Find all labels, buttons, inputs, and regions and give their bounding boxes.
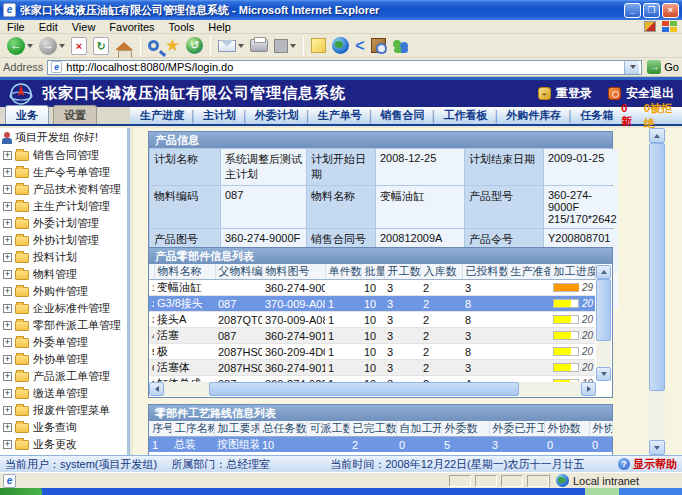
refresh-button[interactable]: ↻ — [93, 37, 109, 55]
page-scroll-down[interactable] — [649, 440, 665, 455]
taskbar[interactable] — [0, 488, 682, 495]
nav-outsourcing-plan[interactable]: 外委计划 — [255, 108, 299, 123]
forward-button[interactable]: → — [39, 37, 65, 55]
expand-icon[interactable]: + — [3, 321, 12, 330]
expand-icon[interactable]: + — [3, 423, 12, 432]
parts-row-4[interactable]: 4活塞087360-274-9010F110323 20 % — [149, 328, 595, 344]
sidebar-item-feeding-plan[interactable]: +投料计划 — [0, 249, 127, 266]
go-button[interactable]: → Go — [647, 60, 679, 74]
favorites-button[interactable]: ★ — [165, 37, 180, 54]
tab-settings[interactable]: 设置 — [53, 105, 97, 124]
expand-icon[interactable]: + — [3, 253, 12, 262]
show-help-link[interactable]: ? 显示帮助 — [618, 457, 677, 472]
nav-sales-contract[interactable]: 销售合同 — [381, 108, 425, 123]
sidebar-item-tech-data[interactable]: +产品技术资料管理 — [0, 181, 127, 198]
sidebar-item-coop-order[interactable]: +外协单管理 — [0, 351, 127, 368]
back-button[interactable]: ← — [7, 37, 33, 55]
nav-work-board[interactable]: 工作看板 — [443, 108, 487, 123]
expand-icon[interactable]: + — [3, 151, 12, 160]
menu-view[interactable]: View — [65, 21, 103, 33]
nav-master-plan[interactable]: 主计划 — [203, 108, 236, 123]
process-row-1-selected[interactable]: 1总装按图组装 102 053 00 — [149, 437, 612, 453]
nav-production-progress[interactable]: 生产进度 — [140, 108, 184, 123]
expand-icon[interactable]: + — [3, 372, 12, 381]
sidebar-item-standard-parts[interactable]: +企业标准件管理 — [0, 300, 127, 317]
expand-icon[interactable]: + — [3, 440, 12, 449]
menu-file[interactable]: File — [0, 21, 32, 33]
logout-button[interactable]: 安全退出 — [608, 85, 674, 102]
sidebar-item-part-dispatch[interactable]: +零部件派工单管理 — [0, 317, 127, 334]
history-button[interactable]: ↺ — [186, 37, 203, 54]
expand-icon[interactable]: + — [3, 338, 12, 347]
close-button[interactable]: × — [662, 3, 679, 18]
sidebar-item-prod-order[interactable]: +生产令号单管理 — [0, 164, 127, 181]
parts-row-3[interactable]: 3接头A2087QT002370-009-A0850110328 20 % — [149, 312, 595, 328]
table-scroll-left[interactable] — [149, 382, 164, 396]
windows-logo-icon — [662, 21, 678, 33]
table-scroll-right[interactable] — [581, 382, 596, 396]
sidebar-item-purchased-parts[interactable]: +外购件管理 — [0, 283, 127, 300]
sidebar-item-outsourcing-order[interactable]: +外委单管理 — [0, 334, 127, 351]
sidebar-item-material-mgmt[interactable]: +物料管理 — [0, 266, 127, 283]
sidebar-item-sales-contract[interactable]: +销售合同管理 — [0, 147, 127, 164]
search-button[interactable] — [148, 40, 159, 51]
minimize-button[interactable]: _ — [624, 3, 641, 18]
start-button-fragment[interactable] — [0, 488, 42, 495]
address-dropdown[interactable] — [624, 61, 639, 74]
table-scroll-up[interactable] — [596, 265, 611, 279]
nav-task-box[interactable]: 任务箱 — [580, 108, 613, 123]
process-header-row: 序号工序名称 加工要求总任务数 可派工数已完工数 自加工开工数外委数 外委已开工… — [149, 421, 612, 437]
menu-edit[interactable]: Edit — [32, 21, 65, 33]
web-button[interactable] — [332, 37, 349, 54]
nav-production-order[interactable]: 生产单号 — [318, 108, 362, 123]
sidebar-item-delivery-note[interactable]: +缴送单管理 — [0, 385, 127, 402]
stop-button[interactable]: × — [71, 37, 87, 55]
badge-rejected-tasks[interactable]: 0被拒绝 — [644, 101, 682, 131]
expand-icon[interactable]: + — [3, 236, 12, 245]
notes-button[interactable] — [311, 38, 326, 53]
expand-icon[interactable]: + — [3, 168, 12, 177]
page-vscroll-thumb[interactable] — [649, 143, 665, 391]
expand-icon[interactable]: + — [3, 287, 12, 296]
messenger-button[interactable] — [392, 38, 410, 54]
edit-button[interactable] — [274, 39, 296, 53]
menu-favorites[interactable]: Favorites — [102, 21, 161, 33]
mail-button[interactable] — [218, 40, 244, 52]
expand-icon[interactable]: + — [3, 406, 12, 415]
research-button[interactable] — [371, 38, 386, 53]
home-button[interactable] — [115, 42, 133, 50]
sidebar-item-master-plan[interactable]: +主生产计划管理 — [0, 198, 127, 215]
expand-icon[interactable]: + — [3, 304, 12, 313]
badge-new-tasks[interactable]: 0新 — [621, 102, 638, 129]
sidebar-item-scrap-mgmt[interactable]: +报废件管理菜单 — [0, 402, 127, 419]
dept: 总经理室 — [226, 457, 270, 472]
parts-row-5[interactable]: 5极2087HS002360-209-4D010110328 20 % — [149, 344, 595, 360]
tab-business[interactable]: 业务 — [5, 105, 49, 124]
table-scroll-down[interactable] — [596, 367, 611, 381]
expand-icon[interactable]: + — [3, 389, 12, 398]
parts-row-2-selected[interactable]: 2G3/8接头087370-009-A0840110328 20 % — [149, 296, 595, 312]
parts-row-6[interactable]: 6活塞体2087HS002360-274-9011W110323 20 % — [149, 360, 595, 376]
address-input[interactable] — [63, 61, 624, 74]
sidebar-item-coop-plan[interactable]: +外协计划管理 — [0, 232, 127, 249]
relogin-button[interactable]: ⌁ 重登录 — [538, 85, 592, 102]
sidebar-item-business-change[interactable]: +业务更改 — [0, 436, 127, 453]
menu-help[interactable]: Help — [201, 21, 238, 33]
parts-row-1[interactable]: 1变幅油缸360-274-9000F10323 29 % — [149, 280, 595, 296]
expand-icon[interactable]: + — [3, 185, 12, 194]
sidebar-item-business-query[interactable]: +业务查询 — [0, 419, 127, 436]
table-vscroll-thumb[interactable] — [596, 279, 611, 341]
quicklink-button[interactable]: < — [355, 38, 364, 54]
sidebar-item-outsourcing-plan[interactable]: +外委计划管理 — [0, 215, 127, 232]
expand-icon[interactable]: + — [3, 219, 12, 228]
expand-icon[interactable]: + — [3, 355, 12, 364]
table-hscroll-thumb[interactable] — [209, 382, 519, 396]
nav-purchased-stock[interactable]: 外购件库存 — [506, 108, 561, 123]
maximize-button[interactable]: ❐ — [643, 3, 660, 18]
print-button[interactable] — [250, 39, 268, 52]
menu-tools[interactable]: Tools — [162, 21, 202, 33]
page-scroll-up[interactable] — [649, 128, 665, 143]
sidebar-item-product-dispatch[interactable]: +产品派工单管理 — [0, 368, 127, 385]
expand-icon[interactable]: + — [3, 202, 12, 211]
expand-icon[interactable]: + — [3, 270, 12, 279]
